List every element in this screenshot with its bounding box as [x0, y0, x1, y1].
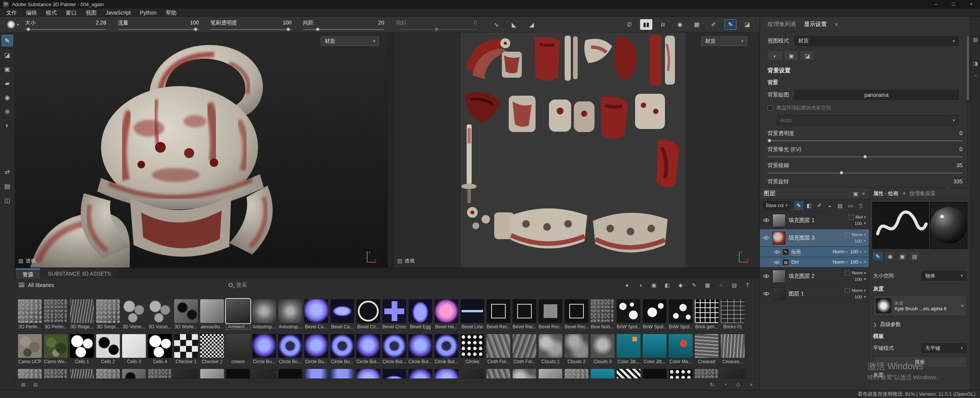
brush-param-流量[interactable]: 流量100	[118, 20, 199, 30]
asset-item[interactable]: cineon	[226, 334, 250, 364]
asset-item[interactable]: 3D Perlin...	[44, 299, 68, 329]
asset-item[interactable]: Bevel Cross	[382, 299, 406, 329]
menu-帮助[interactable]: 帮助	[161, 8, 181, 17]
asset-item[interactable]: Camo UCP	[18, 334, 42, 364]
history-rail-icon[interactable]: ◔	[972, 72, 979, 79]
eraser-tool[interactable]: ◪	[2, 49, 13, 60]
brush-param-间距[interactable]: 间距20	[303, 20, 384, 30]
blend-mode-dropdown[interactable]: Norm ▾	[833, 259, 848, 265]
asset-item[interactable]	[461, 369, 484, 379]
import-resources-button[interactable]: ⊞	[20, 381, 27, 388]
camera-icon[interactable]: ◉	[674, 19, 686, 30]
viewport-2d[interactable]: 材质 ▾ 透视 v u	[394, 33, 760, 268]
asset-item[interactable]	[513, 369, 536, 379]
blend-mode-dropdown[interactable]: Norm ▾	[833, 249, 848, 254]
export-resources-button[interactable]: ⊟	[32, 381, 39, 388]
param-slider[interactable]	[396, 29, 477, 30]
delete-effect-icon[interactable]: ×	[864, 249, 867, 254]
asset-item[interactable]	[174, 369, 198, 379]
asset-item[interactable]: 3D Worle...	[174, 299, 198, 329]
menu-窗口[interactable]: 窗口	[61, 8, 81, 17]
layer-row[interactable]: 图层 1Norm ▾100 ▾	[760, 285, 869, 303]
polygon-fill-tool[interactable]: ▰	[2, 77, 13, 89]
asset-item[interactable]: 3D Ridge...	[70, 299, 94, 329]
asset-item[interactable]: Brick gen...	[695, 299, 719, 329]
param-slider[interactable]	[25, 29, 106, 30]
visibility-eye-icon[interactable]	[763, 274, 769, 278]
add-effect-button[interactable]: ◧	[805, 201, 814, 210]
display-settings-view-icon[interactable]: ▣	[784, 51, 799, 61]
material-picker-tool[interactable]: ◐	[2, 120, 13, 131]
override-colorspace-checkbox[interactable]	[768, 105, 773, 111]
filter-smart-masks-icon[interactable]: ▣	[650, 281, 658, 289]
visibility-eye-icon[interactable]	[763, 292, 769, 296]
visibility-eye-icon[interactable]	[763, 236, 769, 240]
brush-param-笔刷透明度[interactable]: 笔刷透明度100	[211, 20, 292, 30]
asset-item[interactable]: Bevel Rec...	[539, 299, 562, 329]
asset-item[interactable]: Bevel Rec...	[487, 299, 510, 329]
asset-item[interactable]: Circle But...	[356, 334, 380, 364]
asset-item[interactable]: Bevel Rec...	[513, 299, 536, 329]
view-mode-dropdown[interactable]: 材质 ▾	[794, 36, 959, 46]
visibility-eye-icon[interactable]	[763, 218, 769, 222]
size-space-dropdown[interactable]: 物体 ▾	[921, 271, 967, 281]
asset-item[interactable]: Checker 1	[174, 334, 198, 364]
asset-item[interactable]: 3D Simpl...	[96, 299, 120, 329]
mask-indicator[interactable]	[849, 215, 854, 220]
slider-track[interactable]	[768, 157, 962, 157]
slider-knob[interactable]	[840, 171, 843, 175]
asset-item[interactable]: Circles	[461, 334, 484, 364]
asset-item[interactable]	[487, 369, 510, 379]
asset-item[interactable]: Bevel Rec...	[565, 299, 588, 329]
recent-assets-button[interactable]: ◔	[721, 381, 729, 388]
asset-item[interactable]	[356, 369, 380, 379]
asset-item[interactable]	[539, 369, 562, 379]
filter-brushes-icon[interactable]: ◆	[676, 281, 685, 289]
layer-row[interactable]: 填充图层 3Norm ▾100 ▾	[760, 229, 869, 247]
asset-item[interactable]	[643, 369, 666, 379]
tab-assets[interactable]: 资源	[16, 269, 40, 279]
asset-item[interactable]: BnW Spot...	[643, 299, 666, 329]
param-slider[interactable]	[211, 29, 292, 30]
blend-mode-dropdown[interactable]: Norm ▾	[852, 271, 866, 276]
camera-settings-view-icon[interactable]: ◪	[800, 51, 815, 61]
filter-materials-icon[interactable]: ●	[623, 281, 631, 289]
asset-item[interactable]: Cloth Fol...	[487, 334, 510, 364]
tab-texture-set-settings[interactable]: 纹理集设置	[910, 190, 936, 197]
search-input[interactable]: 搜索	[229, 282, 619, 289]
filter-environments-icon[interactable]: ○	[717, 281, 725, 289]
add-paint-layer-button[interactable]: ✐	[815, 201, 824, 210]
quick-mask-tool[interactable]: ▤	[2, 180, 13, 192]
brush-preset-icon[interactable]	[7, 20, 15, 29]
param-slider[interactable]	[303, 29, 384, 30]
asset-item[interactable]: Circle But...	[382, 334, 406, 364]
menu-Python[interactable]: Python	[135, 8, 161, 17]
tab-properties-paint[interactable]: 属性 - 绘画	[873, 190, 898, 197]
opacity-dropdown[interactable]: 100 ▾	[850, 259, 862, 265]
add-paint-effect-button[interactable]: ✎	[794, 201, 804, 210]
asset-item[interactable]: Clouds 1	[539, 334, 562, 364]
layer-thumbnail[interactable]	[773, 270, 786, 283]
asset-item[interactable]: Creases...	[721, 334, 745, 364]
asset-item[interactable]	[408, 369, 432, 379]
stencil-resource-slot[interactable]: 模板	[873, 357, 967, 367]
brush-properties-icon[interactable]: ✎	[872, 251, 883, 261]
view-mode-grid-icon[interactable]: ▤	[730, 281, 738, 289]
projection-tool[interactable]: ▣	[2, 63, 13, 75]
material-properties-icon[interactable]: ▤	[909, 251, 920, 261]
asset-item[interactable]: Cloth Fol...	[513, 334, 536, 364]
smudge-tool[interactable]: ◉	[2, 91, 13, 103]
opacity-dropdown[interactable]: 100 ▾	[854, 221, 866, 226]
delete-effect-icon[interactable]: ×	[864, 259, 867, 265]
asset-item[interactable]: BnW Spot...	[669, 299, 693, 329]
brush-param-倾斜[interactable]: 倾斜0	[396, 20, 477, 30]
asset-item[interactable]	[148, 369, 172, 379]
asset-item[interactable]: 3D Voron...	[122, 299, 146, 329]
asset-item[interactable]	[96, 369, 120, 379]
alpha-properties-icon[interactable]: ◉	[885, 251, 895, 261]
asset-item[interactable]	[70, 369, 94, 379]
filter-alphas-icon[interactable]: ✎	[690, 281, 698, 289]
slider-knob[interactable]	[434, 28, 438, 31]
add-folder-button[interactable]: ▭	[846, 201, 855, 210]
filter-filters-icon[interactable]: ◧	[663, 281, 671, 289]
